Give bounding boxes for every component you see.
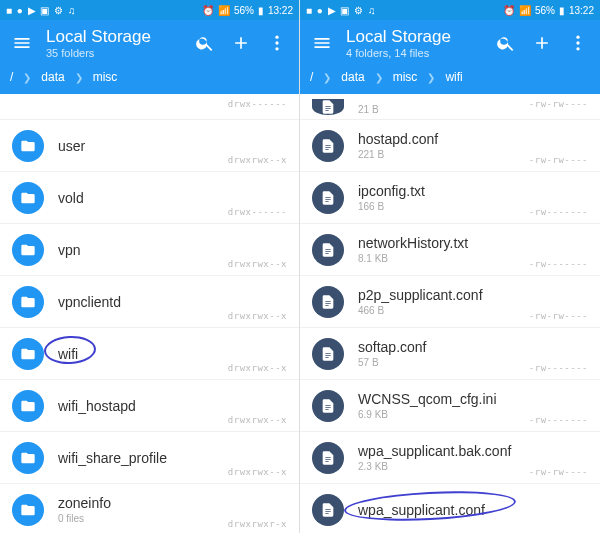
breadcrumb[interactable]: / ❯ data ❯ misc ❯ wifi (300, 66, 600, 94)
item-permissions: drwxrwx--x (228, 415, 287, 425)
pane-left: ■ ● ▶ ▣ ⚙ ♫ ⏰ 📶 56% ▮ 13:22 Local Storag… (0, 0, 300, 533)
list-item[interactable]: wifidrwxrwx--x (0, 328, 299, 380)
item-name: zoneinfo (58, 495, 228, 511)
page-title: Local Storage (346, 27, 488, 47)
item-permissions: -rw------- (529, 259, 588, 269)
list-item[interactable]: wifi_hostapddrwxrwx--x (0, 380, 299, 432)
list-item[interactable]: ipconfig.txt166 B-rw------- (300, 172, 600, 224)
item-name: p2p_supplicant.conf (358, 287, 529, 303)
row-text: wifi_share_profile (58, 450, 228, 466)
row-text: p2p_supplicant.conf466 B (358, 287, 529, 316)
crumb-data[interactable]: data (341, 70, 364, 84)
item-name: softap.conf (358, 339, 529, 355)
item-permissions: drwxrwx--x (228, 363, 287, 373)
svg-point-4 (576, 41, 579, 44)
svg-point-1 (275, 41, 278, 44)
row-text: vold (58, 190, 228, 206)
list-item[interactable]: volddrwx------ (0, 172, 299, 224)
chevron-right-icon: ❯ (23, 72, 31, 83)
crumb-data[interactable]: data (41, 70, 64, 84)
list-item[interactable]: wpa_supplicant.conf (300, 484, 600, 533)
more-vert-icon (568, 33, 588, 53)
search-icon (195, 33, 215, 53)
list-item[interactable]: userdrwxrwx--x (0, 120, 299, 172)
folder-icon (12, 130, 44, 162)
item-permissions: drwxrwx--x (228, 259, 287, 269)
list-item[interactable]: WCNSS_qcom_cfg.ini6.9 KB-rw------- (300, 380, 600, 432)
item-permissions: drwx------ (228, 99, 287, 109)
crumb-wifi[interactable]: wifi (445, 70, 462, 84)
overflow-button[interactable] (259, 25, 295, 61)
add-button[interactable] (524, 25, 560, 61)
list-item[interactable]: vpnclientddrwxrwx--x (0, 276, 299, 328)
alarm-icon: ⏰ (202, 5, 214, 16)
plus-icon (231, 33, 251, 53)
file-icon (312, 442, 344, 474)
chevron-right-icon: ❯ (75, 72, 83, 83)
crumb-root[interactable]: / (310, 70, 313, 84)
crumb-misc[interactable]: misc (393, 70, 418, 84)
signal-icon: 📶 (218, 5, 230, 16)
file-icon (312, 182, 344, 214)
folder-icon (12, 338, 44, 370)
svg-point-5 (576, 47, 579, 50)
file-list[interactable]: drwx------userdrwxrwx--xvolddrwx------vp… (0, 94, 299, 533)
plus-icon (532, 33, 552, 53)
battery-pct: 56% (234, 5, 254, 16)
list-item[interactable]: drwx------ (0, 94, 299, 120)
list-item[interactable]: networkHistory.txt8.1 KB-rw------- (300, 224, 600, 276)
item-size: 166 B (358, 201, 529, 212)
menu-button[interactable] (4, 25, 40, 61)
item-permissions: -rw-rw---- (529, 155, 588, 165)
list-item[interactable]: p2p_supplicant.conf466 B-rw-rw---- (300, 276, 600, 328)
item-name: vpnclientd (58, 294, 228, 310)
page-subtitle: 35 folders (46, 47, 187, 59)
file-icon (312, 130, 344, 162)
item-name: WCNSS_qcom_cfg.ini (358, 391, 529, 407)
list-item[interactable]: zoneinfo0 filesdrwxrwxr-x (0, 484, 299, 533)
file-icon (312, 390, 344, 422)
row-text: vpnclientd (58, 294, 228, 310)
item-size: 221 B (358, 149, 529, 160)
row-text: wifi (58, 346, 228, 362)
file-list[interactable]: 21 B-rw-rw----hostapd.conf221 B-rw-rw---… (300, 94, 600, 533)
breadcrumb[interactable]: / ❯ data ❯ misc (0, 66, 299, 94)
file-icon (312, 234, 344, 266)
item-name: wpa_supplicant.bak.conf (358, 443, 529, 459)
list-item[interactable]: wifi_share_profiledrwxrwx--x (0, 432, 299, 484)
item-size: 6.9 KB (358, 409, 529, 420)
crumb-root[interactable]: / (10, 70, 13, 84)
menu-button[interactable] (304, 25, 340, 61)
row-text: wifi_hostapd (58, 398, 228, 414)
row-text: networkHistory.txt8.1 KB (358, 235, 529, 264)
list-item[interactable]: 21 B-rw-rw---- (300, 94, 600, 120)
crumb-misc[interactable]: misc (93, 70, 118, 84)
toolbar: Local Storage 35 folders / ❯ (0, 20, 299, 94)
file-icon (312, 99, 344, 115)
item-permissions: drwxrwx--x (228, 311, 287, 321)
status-left-icons: ■ ● ▶ ▣ ⚙ ♫ (6, 5, 76, 16)
row-text: user (58, 138, 228, 154)
overflow-button[interactable] (560, 25, 596, 61)
add-button[interactable] (223, 25, 259, 61)
alarm-icon: ⏰ (503, 5, 515, 16)
item-name: hostapd.conf (358, 131, 529, 147)
item-size: 8.1 KB (358, 253, 529, 264)
status-time: 13:22 (569, 5, 594, 16)
search-button[interactable] (488, 25, 524, 61)
pane-right: ■ ● ▶ ▣ ⚙ ♫ ⏰ 📶 56% ▮ 13:22 Local Storag… (300, 0, 600, 533)
status-left-icons: ■ ● ▶ ▣ ⚙ ♫ (306, 5, 376, 16)
row-text: 21 B (358, 102, 529, 115)
item-name: networkHistory.txt (358, 235, 529, 251)
hamburger-icon (12, 33, 32, 53)
list-item[interactable]: hostapd.conf221 B-rw-rw---- (300, 120, 600, 172)
battery-icon: ▮ (258, 5, 264, 16)
list-item[interactable]: softap.conf57 B-rw------- (300, 328, 600, 380)
more-vert-icon (267, 33, 287, 53)
svg-point-3 (576, 36, 579, 39)
item-name: vold (58, 190, 228, 206)
list-item[interactable]: vpndrwxrwx--x (0, 224, 299, 276)
item-name: ipconfig.txt (358, 183, 529, 199)
search-button[interactable] (187, 25, 223, 61)
list-item[interactable]: wpa_supplicant.bak.conf2.3 KB-rw-rw---- (300, 432, 600, 484)
